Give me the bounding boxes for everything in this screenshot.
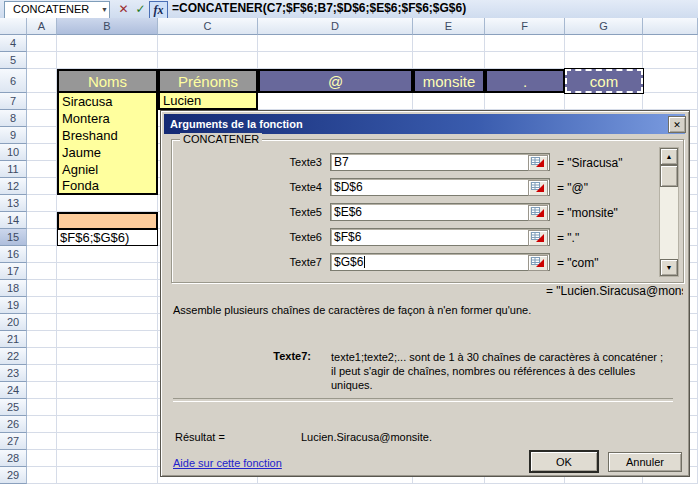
- cell[interactable]: [258, 35, 413, 52]
- cell[interactable]: [27, 416, 57, 433]
- cell[interactable]: [57, 52, 158, 69]
- cancel-button[interactable]: Annuler: [608, 452, 682, 472]
- cell[interactable]: [27, 144, 57, 161]
- cell[interactable]: [27, 399, 57, 416]
- cell[interactable]: [27, 314, 57, 331]
- range-selector-icon[interactable]: [528, 230, 548, 246]
- row-header-12[interactable]: 12: [0, 178, 27, 195]
- row-header-16[interactable]: 16: [0, 246, 27, 263]
- cell-C6[interactable]: Prénoms: [158, 69, 258, 93]
- cell[interactable]: [643, 93, 698, 110]
- cell[interactable]: [57, 382, 158, 399]
- cell[interactable]: [57, 467, 158, 484]
- row-header-25[interactable]: 25: [0, 399, 27, 416]
- cell[interactable]: [27, 263, 57, 280]
- cell[interactable]: [27, 433, 57, 450]
- cell[interactable]: [57, 246, 158, 263]
- cell[interactable]: [27, 52, 57, 69]
- cell[interactable]: [413, 52, 485, 69]
- cell-D6[interactable]: @: [258, 69, 413, 93]
- cell[interactable]: [643, 35, 698, 52]
- cell[interactable]: [57, 280, 158, 297]
- cell[interactable]: [57, 195, 158, 212]
- cell[interactable]: [27, 110, 57, 127]
- range-selector-icon[interactable]: [528, 255, 548, 271]
- cell-B10[interactable]: Jaume: [57, 144, 158, 161]
- cell[interactable]: [258, 93, 413, 110]
- cell-B12[interactable]: Fonda: [57, 178, 158, 195]
- ok-button[interactable]: OK: [529, 450, 599, 473]
- scroll-up-icon[interactable]: ▲: [660, 148, 678, 165]
- cell[interactable]: [27, 127, 57, 144]
- cell-B9[interactable]: Breshand: [57, 127, 158, 144]
- cell[interactable]: [485, 35, 565, 52]
- cell[interactable]: [57, 35, 158, 52]
- name-box-dropdown-icon[interactable]: ▼: [98, 1, 111, 18]
- cell[interactable]: [27, 382, 57, 399]
- insert-function-button[interactable]: fx: [149, 1, 168, 19]
- select-all-corner[interactable]: [0, 18, 27, 35]
- row-header-19[interactable]: 19: [0, 297, 27, 314]
- cell[interactable]: [258, 52, 413, 69]
- row-header-29[interactable]: 29: [0, 467, 27, 484]
- cancel-formula-icon[interactable]: ✕: [116, 1, 131, 17]
- cell[interactable]: [27, 246, 57, 263]
- row-header-26[interactable]: 26: [0, 416, 27, 433]
- row-header-8[interactable]: 8: [0, 110, 27, 127]
- cell[interactable]: [27, 229, 57, 246]
- cell[interactable]: [27, 195, 57, 212]
- argument-input-Texte3[interactable]: B7: [330, 153, 550, 171]
- cell[interactable]: [57, 331, 158, 348]
- column-header-E[interactable]: E: [413, 18, 485, 35]
- argument-input-Texte4[interactable]: $D$6: [330, 178, 550, 196]
- column-header-G[interactable]: G: [565, 18, 643, 35]
- range-selector-icon[interactable]: [528, 180, 548, 196]
- cell[interactable]: [57, 416, 158, 433]
- cell[interactable]: [565, 52, 643, 69]
- row-header-11[interactable]: 11: [0, 161, 27, 178]
- cell[interactable]: [27, 450, 57, 467]
- column-header-D[interactable]: D: [258, 18, 413, 35]
- row-header-4[interactable]: 4: [0, 35, 27, 52]
- cell[interactable]: [57, 348, 158, 365]
- cell[interactable]: [57, 365, 158, 382]
- cell[interactable]: [485, 93, 565, 110]
- argument-input-Texte7[interactable]: $G$6: [330, 253, 550, 271]
- cell[interactable]: [413, 35, 485, 52]
- row-header-18[interactable]: 18: [0, 280, 27, 297]
- formula-text[interactable]: =CONCATENER(C7;$F$6;B7;$D$6;$E$6;$F$6;$G…: [172, 1, 466, 15]
- cell[interactable]: [413, 93, 485, 110]
- column-header-A[interactable]: A: [27, 18, 57, 35]
- column-header-C[interactable]: C: [158, 18, 258, 35]
- argument-input-Texte6[interactable]: $F$6: [330, 228, 550, 246]
- row-header-27[interactable]: 27: [0, 433, 27, 450]
- cell[interactable]: [643, 69, 698, 93]
- scroll-down-icon[interactable]: ▼: [660, 259, 678, 276]
- cell[interactable]: [57, 263, 158, 280]
- range-selector-icon[interactable]: [528, 205, 548, 221]
- row-header-17[interactable]: 17: [0, 263, 27, 280]
- cell[interactable]: [565, 35, 643, 52]
- row-header-10[interactable]: 10: [0, 144, 27, 161]
- cell[interactable]: [27, 467, 57, 484]
- cell-B11[interactable]: Agniel: [57, 161, 158, 178]
- row-header-13[interactable]: 13: [0, 195, 27, 212]
- cell-B6[interactable]: Noms: [57, 69, 158, 93]
- row-header-23[interactable]: 23: [0, 365, 27, 382]
- name-box[interactable]: CONCATENER: [4, 1, 110, 19]
- help-link[interactable]: Aide sur cette fonction: [173, 457, 282, 469]
- dialog-titlebar[interactable]: Arguments de la fonction: [164, 114, 685, 134]
- cell[interactable]: [57, 433, 158, 450]
- column-header-F[interactable]: F: [485, 18, 565, 35]
- cell[interactable]: [643, 52, 698, 69]
- row-header-20[interactable]: 20: [0, 314, 27, 331]
- range-selector-icon[interactable]: [528, 155, 548, 171]
- cell[interactable]: [57, 314, 158, 331]
- cell[interactable]: [565, 93, 643, 110]
- cell-B15[interactable]: $F$6;$G$6): [57, 229, 158, 246]
- cell[interactable]: [27, 365, 57, 382]
- cell[interactable]: [27, 297, 57, 314]
- cell[interactable]: [27, 348, 57, 365]
- row-header-14[interactable]: 14: [0, 212, 27, 229]
- cell[interactable]: [27, 178, 57, 195]
